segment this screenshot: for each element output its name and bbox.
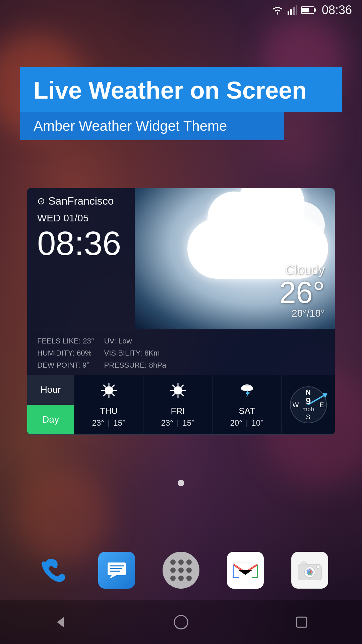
forecast-day-name-fri: FRI	[171, 406, 185, 416]
pressure-val: 8hPa	[149, 361, 166, 369]
header-main: Live Weather on Screen	[20, 67, 342, 112]
feels-like-val: 23°	[83, 337, 94, 345]
dew-point-val: 9°	[82, 361, 89, 369]
tab-hour[interactable]: Hour	[27, 375, 74, 405]
location-row: ⊙ SanFrancisco	[37, 195, 140, 207]
compass-north: N	[306, 389, 310, 396]
forecast-high-sat: 20°	[230, 418, 242, 427]
uv: UV: Low	[104, 336, 166, 345]
visibility-label: VISIBILITY:	[104, 349, 142, 357]
dew-point: DEW POINT: 9°	[37, 360, 94, 370]
apps-dot-5	[178, 568, 184, 573]
forecast-icon-fri	[169, 382, 187, 403]
apps-dot-3	[186, 559, 192, 565]
forecast-low-sat: 10°	[251, 418, 263, 427]
dock	[0, 550, 362, 590]
forecast-high-fri: 23°	[161, 418, 173, 427]
compass-east: E	[319, 401, 324, 409]
weather-condition: Cloudy	[279, 263, 325, 277]
forecast-day-fri: FRI 23° | 15°	[143, 375, 212, 434]
bokeh-5	[17, 470, 111, 564]
apps-dot-1	[170, 559, 176, 565]
widget-top: ⊙ SanFrancisco WED 01/05 08:36 Cloudy 26…	[27, 188, 335, 329]
svg-point-24	[246, 386, 253, 391]
battery-icon	[301, 6, 314, 14]
nav-bar	[0, 600, 362, 644]
widget-left: ⊙ SanFrancisco WED 01/05 08:36	[27, 188, 150, 273]
forecast-low-thu: 15°	[113, 418, 125, 427]
compass-south: S	[306, 413, 310, 421]
svg-rect-0	[288, 11, 289, 15]
apps-dot-4	[170, 568, 176, 573]
tab-col: Hour Day	[27, 375, 74, 434]
compass-center: 9 mph	[302, 396, 314, 413]
forecast-icon-sat	[238, 382, 256, 403]
signal-icon	[288, 5, 297, 15]
weather-range: 28°/18°	[279, 308, 325, 319]
widget-forecast: Hour Day	[27, 375, 335, 434]
svg-line-9	[104, 385, 106, 387]
forecast-days: THU 23° | 15°	[74, 375, 281, 434]
forecast-high-thu: 23°	[92, 418, 104, 427]
apps-dot-8	[178, 576, 184, 581]
apps-icon[interactable]	[161, 550, 201, 590]
forecast-low-fri: 15°	[182, 418, 194, 427]
svg-line-20	[181, 385, 183, 387]
messages-wrap	[98, 552, 135, 589]
tab-day[interactable]: Day	[27, 405, 74, 435]
svg-line-19	[181, 394, 183, 396]
wifi-icon	[272, 5, 284, 15]
nav-home-button[interactable]	[173, 614, 189, 631]
nav-back-button[interactable]	[52, 614, 69, 631]
phone-icon[interactable]	[32, 550, 72, 590]
page-indicator	[178, 480, 184, 488]
svg-line-21	[173, 394, 175, 396]
status-bar: 08:36	[0, 0, 362, 20]
camera-wrap	[291, 552, 328, 589]
feels-like: FEELS LIKE: 23°	[37, 336, 94, 345]
location-icon: ⊙	[37, 196, 45, 207]
svg-line-11	[112, 385, 114, 387]
uv-label: UV:	[104, 337, 116, 345]
svg-rect-37	[301, 562, 306, 565]
widget-details: FEELS LIKE: 23° HUMIDITY: 60% DEW POINT:…	[27, 329, 335, 375]
gmail-icon[interactable]	[225, 550, 265, 590]
header-title: Live Weather on Screen	[34, 77, 328, 104]
page-dot	[178, 480, 184, 486]
svg-point-13	[174, 386, 182, 394]
status-time: 08:36	[322, 3, 352, 17]
weather-widget[interactable]: ⊙ SanFrancisco WED 01/05 08:36 Cloudy 26…	[27, 188, 335, 435]
nav-recents-button[interactable]	[293, 614, 310, 631]
messages-icon[interactable]	[97, 550, 137, 590]
compass-west: W	[293, 401, 299, 409]
wind-unit: mph	[302, 406, 314, 413]
svg-point-40	[174, 615, 188, 629]
svg-point-38	[316, 566, 319, 569]
location-name: SanFrancisco	[48, 195, 114, 207]
svg-marker-25	[246, 390, 250, 397]
wind-speed: 9	[302, 396, 314, 406]
svg-rect-3	[296, 5, 297, 15]
svg-line-18	[173, 385, 175, 387]
svg-point-4	[105, 386, 113, 394]
header-subtitle: Amber Weather Widget Theme	[34, 118, 270, 134]
status-icons: 08:36	[272, 3, 352, 17]
compass-circle: N S E W 9 mph	[290, 386, 327, 423]
forecast-day-thu: THU 23° | 15°	[74, 375, 143, 434]
svg-line-12	[104, 394, 106, 396]
apps-dot-6	[186, 568, 192, 573]
wind-compass: N S E W 9 mph	[281, 375, 335, 434]
forecast-day-sat: SAT 20° | 10°	[212, 375, 281, 434]
widget-time: 08:36	[37, 226, 140, 260]
humidity-val: 60%	[77, 349, 92, 357]
header-subtitle-bar: Amber Weather Widget Theme	[20, 112, 284, 140]
apps-dot-7	[170, 576, 176, 581]
pressure-label: PRESSURE:	[104, 361, 147, 369]
camera-icon[interactable]	[290, 550, 330, 590]
uv-val: Low	[118, 337, 132, 345]
visibility-val: 8Km	[144, 349, 160, 357]
widget-right-overlay: Cloudy 26° 28°/18°	[279, 263, 325, 319]
detail-col-left: FEELS LIKE: 23° HUMIDITY: 60% DEW POINT:…	[37, 336, 94, 370]
gmail-wrap	[227, 552, 264, 589]
humidity: HUMIDITY: 60%	[37, 348, 94, 358]
